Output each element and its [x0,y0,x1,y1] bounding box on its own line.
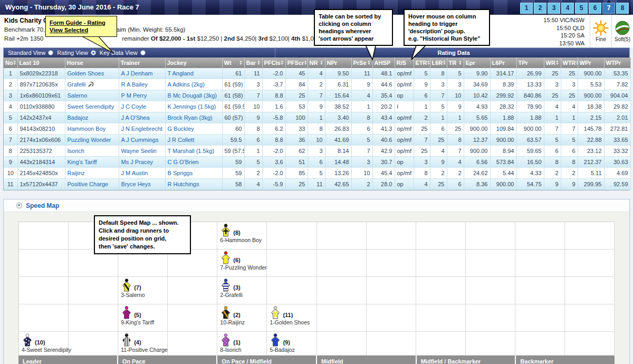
speed-map-runner[interactable]: (10)4-Sweet Serendipity [22,333,71,353]
cell-horse[interactable]: Raijinz [65,168,119,179]
sort-arrows-icon[interactable]: ▲▼ [257,60,261,65]
column-header-horse[interactable]: Horse [65,58,119,68]
cell-jockey[interactable]: T Marshall (1.5kg) [165,146,222,157]
cell-jockey[interactable]: R Hutchings [165,179,222,190]
column-header-etr[interactable]: ETR▲▼ [414,58,430,68]
speed-map-cell[interactable]: (4)11-Positive Charge [118,332,168,356]
speed-map-cell[interactable] [416,332,466,356]
cell-horse[interactable]: Salerno [65,90,119,101]
cell-jockey[interactable]: K Jennings (1.5kg) [165,101,222,112]
cell-trainer[interactable]: A J Cummings [119,135,165,146]
race-tab-3[interactable]: 3 [548,3,560,14]
speed-map-runner[interactable]: (8)6-Hammoon Boy [220,224,262,243]
column-header-trainer[interactable]: Trainer [119,58,165,68]
column-header-tr[interactable]: TR▲▼ [447,58,464,68]
cell-trainer[interactable]: J M Austin [119,168,165,179]
sort-arrows-icon[interactable]: ▲▼ [281,60,284,65]
cell-jockey[interactable]: B Mc Dougall (3kg) [165,90,222,101]
speed-map-cell[interactable] [515,222,565,250]
speed-map-runner[interactable]: (2)10-Raijinz [220,306,245,325]
column-header-pfcls[interactable]: PFCls▲▼ [262,58,285,68]
cell-jockey[interactable]: B Spriggs [165,168,222,179]
speed-map-cell[interactable] [367,332,416,356]
speed-map-cell[interactable]: (6)7-Puzzling Wonder [217,250,267,277]
speed-map-cell[interactable] [416,222,466,250]
speed-map-cell[interactable] [367,222,416,250]
view-option-key-data-view[interactable]: Key Data View [100,50,146,56]
speed-map-cell[interactable] [367,250,416,277]
radio-icon[interactable] [48,50,53,55]
radio-icon[interactable] [140,50,146,55]
sort-arrows-icon[interactable]: ▲▼ [459,60,462,65]
speed-map-cell[interactable] [416,250,466,277]
column-header-prse[interactable]: PrSe▲▼ [351,58,372,68]
column-header-wtpr[interactable]: WTPr [604,58,630,68]
speed-map-runner[interactable]: (7)3-Salerno [121,279,145,298]
sort-arrows-icon[interactable]: ▲▼ [556,60,559,65]
speed-map-cell[interactable] [466,250,515,277]
speed-map-cell[interactable] [317,304,367,332]
speed-map-cell[interactable] [267,277,316,304]
speed-map-cell[interactable] [515,277,565,304]
speed-map-cell[interactable]: (8)6-Hammoon Boy [217,222,267,250]
cell-horse[interactable]: Isorich [65,146,119,157]
speed-map-cell[interactable] [267,222,316,250]
race-tab-5[interactable]: 5 [575,3,588,14]
speed-map-cell[interactable] [168,304,217,332]
column-header-npr[interactable]: NPr [325,58,351,68]
cell-trainer[interactable]: Wayne Seelin [119,146,165,157]
speed-map-cell[interactable]: (11)1-Golden Shoes [267,304,316,332]
sort-arrows-icon[interactable]: ▲▼ [368,60,371,65]
race-tab-2[interactable]: 2 [534,3,546,14]
speed-map-cell[interactable]: (9)5-Badajoz [267,332,316,356]
speed-map-cell[interactable] [19,222,69,250]
speed-map-cell[interactable] [416,277,466,304]
speed-map-cell[interactable] [565,277,615,304]
speed-map-runner[interactable]: (11)1-Golden Shoes [270,306,310,325]
cell-jockey[interactable]: Brock Ryan (3kg) [165,112,222,123]
cell-trainer[interactable]: J A O'Shea [119,112,165,123]
column-header-jockey[interactable]: Jockey [165,58,222,68]
speed-map-runner[interactable]: (1)8-Isorich [220,333,241,353]
speed-map-cell[interactable] [416,304,466,332]
speed-map-cell[interactable] [317,332,367,356]
cell-trainer[interactable]: A J Denham [119,68,165,79]
column-header-epr[interactable]: Epr [464,58,490,68]
cell-trainer[interactable]: P M Perry [119,90,165,101]
speed-map-cell[interactable] [168,332,217,356]
race-tab-1[interactable]: 1 [520,3,533,14]
speed-map-cell[interactable] [69,304,118,332]
cell-horse[interactable]: King's Tariff [65,157,119,168]
cell-horse[interactable]: Hammoon Boy [65,123,119,135]
speed-map-cell[interactable] [515,250,565,277]
speed-map-cell[interactable] [69,332,118,356]
speed-map-runner[interactable]: (5)9-King's Tariff [121,306,154,325]
cell-horse[interactable]: Golden Shoes [65,68,119,79]
speed-map-runner[interactable]: (9)5-Badajoz [270,333,294,353]
sort-arrows-icon[interactable]: ▲▼ [427,60,430,65]
speed-map-cell[interactable] [466,304,515,332]
cell-horse[interactable]: Positive Charge [65,179,119,190]
speed-map-cell[interactable] [19,250,69,277]
speed-map-cell[interactable] [565,222,615,250]
column-header-wr[interactable]: WR▲▼ [544,58,561,68]
speed-map-runner[interactable]: (6)7-Puzzling Wonder [220,251,267,271]
speed-map-cell[interactable] [466,277,515,304]
speed-map-cell[interactable] [69,277,118,304]
column-header-wtr[interactable]: WTR▲▼ [561,58,578,68]
column-header-l6pr[interactable]: L6Pr [490,58,516,68]
sort-arrows-icon[interactable]: ▲▼ [13,60,16,65]
speed-map-cell[interactable]: (7)3-Salerno [118,277,168,304]
speed-map-cell[interactable]: (2)10-Raijinz [217,304,267,332]
speed-map-runner[interactable]: (4)11-Positive Charge [121,333,168,353]
speed-map-cell[interactable] [19,304,69,332]
speed-map-cell[interactable] [515,304,565,332]
speed-map-runner[interactable]: (3)2-Grafelli [220,279,243,298]
cell-trainer[interactable]: R A Bailey [119,79,165,90]
column-header-nr[interactable]: NR▲▼ [308,58,325,68]
view-option-standard-view[interactable]: Standard View [8,50,53,56]
speed-map-cell[interactable] [317,250,367,277]
view-option-rating-view[interactable]: Rating View [57,50,96,56]
speed-map-cell[interactable]: (1)8-Isorich [217,332,267,356]
speed-map-cell[interactable] [267,250,316,277]
